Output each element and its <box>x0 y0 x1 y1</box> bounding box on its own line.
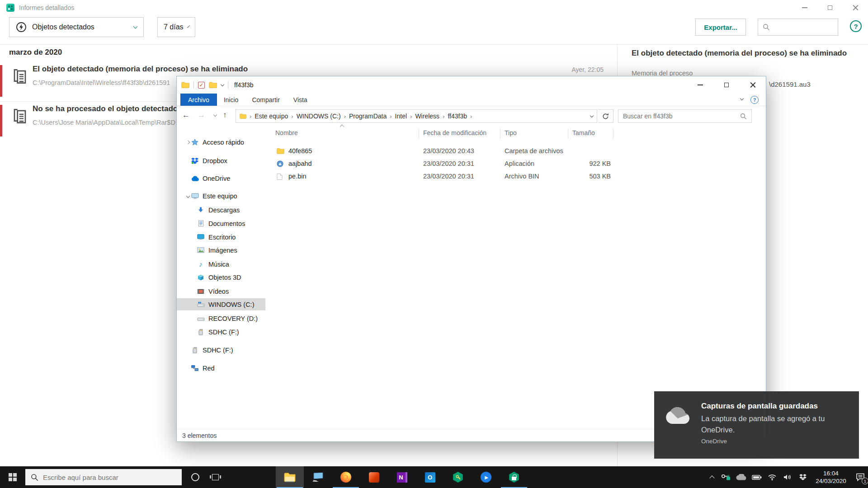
sidebar-item-label: Descargas <box>208 206 240 214</box>
column-separator[interactable] <box>500 129 500 139</box>
tray-password-manager[interactable] <box>719 466 733 488</box>
sidebar-item-downloads[interactable]: Descargas <box>177 204 265 216</box>
tab-compartir[interactable]: Compartir <box>245 94 286 106</box>
sidebar-item-label: Este equipo <box>203 192 237 200</box>
sidebar-item-music[interactable]: ♪ Música <box>177 258 265 270</box>
file-row[interactable]: 40fe865 23/03/2020 20:43 Carpeta de arch… <box>269 145 708 158</box>
taskbar-search-input[interactable] <box>43 474 176 481</box>
taskbar-password-manager[interactable] <box>444 466 472 488</box>
tray-onedrive[interactable] <box>734 466 749 488</box>
documents-icon <box>197 220 205 227</box>
sidebar-item-network[interactable]: Red <box>177 362 265 374</box>
report-search-box[interactable] <box>758 19 838 36</box>
sidebar-item-3d-objects[interactable]: Objetos 3D <box>177 271 265 283</box>
maximize-button[interactable] <box>817 0 843 15</box>
report-search-input[interactable] <box>774 23 833 31</box>
column-header-size[interactable]: Tamaño <box>572 129 595 136</box>
close-button[interactable] <box>843 0 868 15</box>
taskbar-file-explorer[interactable] <box>276 466 304 488</box>
detail-path-fragment: \d261591.au3 <box>769 80 811 88</box>
minimize-button[interactable] <box>792 0 817 15</box>
sidebar-item-desktop[interactable]: Escritorio <box>177 231 265 243</box>
address-row: ← → ↑ › Este equipo › WINDOWS (C:) › Pro… <box>177 106 766 126</box>
tray-dropbox[interactable] <box>796 466 810 488</box>
tray-show-hidden-icons[interactable] <box>706 466 718 488</box>
breadcrumb-item[interactable]: ff43f3b <box>448 113 467 120</box>
sidebar-item-windows-c[interactable]: WINDOWS (C:) <box>177 298 265 310</box>
taskbar-remote-desktop[interactable] <box>304 466 332 488</box>
tray-volume[interactable] <box>780 466 795 488</box>
tab-vista[interactable]: Vista <box>287 94 314 106</box>
file-name: pe.bin <box>288 173 307 180</box>
cortana-button[interactable] <box>185 466 205 488</box>
file-name: aajbahd <box>288 160 312 167</box>
sidebar-item-documents[interactable]: Documentos <box>177 217 265 230</box>
period-dropdown[interactable]: 7 días <box>157 17 195 37</box>
start-button[interactable] <box>0 466 25 488</box>
task-view-button[interactable] <box>205 466 225 488</box>
tray-battery[interactable] <box>750 466 764 488</box>
explorer-help-button[interactable]: ? <box>750 96 759 104</box>
sidebar-item-sdhc-f[interactable]: SDHC (F:) <box>177 326 265 338</box>
sidebar-item-onedrive[interactable]: OneDrive <box>177 172 265 184</box>
new-folder-icon[interactable] <box>209 82 217 88</box>
action-center-button[interactable]: 1 <box>853 466 868 488</box>
up-button[interactable]: ↑ <box>223 111 227 120</box>
sidebar-item-dropbox[interactable]: Dropbox <box>177 155 265 167</box>
chevron-right-icon[interactable] <box>186 140 189 144</box>
maximize-button[interactable] <box>713 76 740 94</box>
file-row[interactable]: pe.bin 23/03/2020 20:31 Archivo BIN 503 … <box>269 171 708 183</box>
taskbar-outlook[interactable]: O <box>416 466 444 488</box>
forward-button[interactable]: → <box>198 111 205 120</box>
taskbar-office[interactable] <box>360 466 388 488</box>
taskbar-media-player[interactable]: ▶ <box>472 466 500 488</box>
taskbar-kaspersky[interactable] <box>500 466 528 488</box>
onedrive-toast-notification[interactable]: Capturas de pantalla guardadas La captur… <box>654 391 859 459</box>
minimize-button[interactable] <box>687 76 713 94</box>
sidebar-item-videos[interactable]: Vídeos <box>177 285 265 297</box>
file-row[interactable]: aajbahd 23/03/2020 20:31 Aplicación 922 … <box>269 158 708 170</box>
tab-archivo[interactable]: Archivo <box>180 94 217 106</box>
quick-access-properties-icon[interactable]: ✓ <box>198 82 205 89</box>
sidebar-item-quick-access[interactable]: Acceso rápido <box>177 136 265 148</box>
sidebar-item-recovery-d[interactable]: RECOVERY (D:) <box>177 312 265 324</box>
explorer-search-box[interactable] <box>618 109 752 123</box>
column-header-date[interactable]: Fecha de modificación <box>423 129 486 136</box>
export-button[interactable]: Exportar... <box>695 19 746 36</box>
breadcrumb-item[interactable]: ProgramData <box>349 113 387 120</box>
column-separator[interactable] <box>568 129 568 139</box>
address-bar[interactable]: › Este equipo › WINDOWS (C:) › ProgramDa… <box>236 109 597 123</box>
explorer-window-title: ff43f3b <box>234 81 254 89</box>
explorer-search-input[interactable] <box>623 113 736 120</box>
sidebar-item-pictures[interactable]: Imágenes <box>177 244 265 256</box>
taskbar-search-box[interactable] <box>25 469 182 485</box>
taskbar-clock[interactable]: 16:04 24/03/2020 <box>811 466 851 488</box>
column-separator[interactable] <box>419 129 419 139</box>
breadcrumb-item[interactable]: WINDOWS (C:) <box>297 113 341 120</box>
explorer-titlebar[interactable]: ✓ ff43f3b <box>177 76 766 94</box>
taskbar-onenote[interactable]: N <box>388 466 416 488</box>
tab-inicio[interactable]: Inicio <box>217 94 245 106</box>
column-header-type[interactable]: Tipo <box>505 129 517 136</box>
sidebar-item-sdhc-f-root[interactable]: SDHC (F:) <box>177 344 265 356</box>
filter-dropdown-label: Objetos detectados <box>32 23 128 31</box>
breadcrumb-item[interactable]: Wireless <box>415 113 439 120</box>
help-button[interactable]: ? <box>850 20 862 32</box>
clock-time: 16:04 <box>823 469 839 477</box>
chevron-down-icon[interactable] <box>186 194 189 197</box>
recent-locations-icon[interactable] <box>213 113 217 117</box>
close-button[interactable] <box>740 76 766 94</box>
back-button[interactable]: ← <box>182 111 190 120</box>
column-separator[interactable] <box>613 129 613 139</box>
quick-access-customize-icon[interactable] <box>221 83 224 86</box>
breadcrumb-item[interactable]: Intel <box>395 113 407 120</box>
sidebar-item-this-pc[interactable]: Este equipo <box>177 190 265 202</box>
breadcrumb-item[interactable]: Este equipo <box>255 113 288 120</box>
detected-objects-dropdown[interactable]: Objetos detectados <box>9 17 144 37</box>
tray-wifi[interactable] <box>765 466 779 488</box>
address-dropdown-icon[interactable] <box>590 114 594 117</box>
taskbar-firefox[interactable] <box>332 466 360 488</box>
breadcrumb-separator: › <box>250 113 251 120</box>
column-header-name[interactable]: Nombre <box>275 129 298 136</box>
refresh-button[interactable] <box>598 109 613 123</box>
